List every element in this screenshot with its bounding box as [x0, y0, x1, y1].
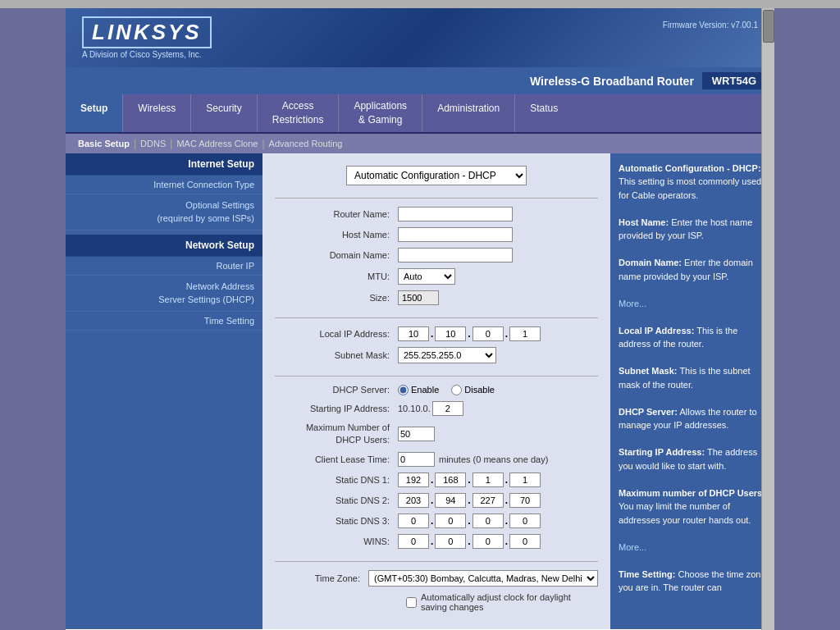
starting-ip-prefix: 10.10.0. [398, 404, 431, 413]
subnet-mask-row: Subnet Mask: 255.255.255.0 255.255.0.0 2… [275, 347, 598, 363]
tab-wireless[interactable]: Wireless [123, 94, 191, 132]
wins-oct3[interactable] [472, 534, 504, 549]
subnav-mac-clone[interactable]: MAC Address Clone [176, 139, 258, 148]
dns3-oct3[interactable] [472, 514, 504, 528]
tab-status[interactable]: Status [515, 94, 573, 132]
subnet-mask-select[interactable]: 255.255.255.0 255.255.0.0 255.0.0.0 [398, 347, 496, 363]
dns1-row: Static DNS 1: . . . [275, 472, 598, 487]
wins-fields: . . . [398, 534, 541, 549]
dns1-oct2[interactable] [435, 472, 466, 487]
dns1-oct4[interactable] [509, 472, 541, 487]
firmware-info: Firmware Version: v7.00.1 [663, 16, 758, 30]
help-more-link-1[interactable]: More... [619, 299, 646, 308]
dns3-oct1[interactable] [398, 514, 429, 528]
lease-time-row: Client Lease Time: minutes (0 means one … [275, 452, 598, 467]
subnav-basic-setup[interactable]: Basic Setup [78, 139, 130, 148]
lease-time-note: minutes (0 means one day) [439, 454, 548, 464]
dns1-oct1[interactable] [398, 472, 429, 487]
help-starting-ip-title: Starting IP Address: [619, 447, 705, 457]
wins-oct2[interactable] [435, 534, 466, 549]
help-more-link-2[interactable]: More... [619, 542, 646, 552]
sidebar-item-time[interactable]: Time Setting [66, 312, 262, 331]
domain-name-label: Domain Name: [275, 250, 398, 260]
tab-applications-gaming[interactable]: Applications& Gaming [339, 94, 422, 132]
router-name-row: Router Name: [275, 207, 598, 221]
size-input[interactable] [398, 290, 439, 305]
auto-adjust-label[interactable]: Automatically adjust clock for daylight … [421, 592, 598, 612]
dns1-fields: . . . [398, 472, 541, 487]
help-dhcp-title: Automatic Configuration - DHCP: [619, 163, 761, 173]
dns2-label: Static DNS 2: [275, 495, 398, 505]
product-model: WRT54G [702, 72, 766, 89]
dns3-oct2[interactable] [435, 514, 466, 528]
logo-linksys: LINKSYS [82, 16, 212, 48]
dns2-oct3[interactable] [472, 493, 504, 508]
help-subnet-title: Subnet Mask: [619, 366, 678, 376]
starting-ip-row: Starting IP Address: 10.10.0. [275, 401, 598, 416]
wins-label: WINS: [275, 536, 398, 546]
dhcp-radio-group: Enable Disable [398, 385, 495, 395]
help-local-ip-title: Local IP Address: [619, 326, 694, 336]
wins-oct4[interactable] [509, 534, 541, 549]
lease-time-input[interactable] [398, 452, 435, 467]
dns3-label: Static DNS 3: [275, 516, 398, 526]
subnav-sep1: | [134, 138, 136, 149]
max-dhcp-input[interactable] [398, 427, 435, 441]
router-ui: LINKSYS A Division of Cisco Systems, Inc… [66, 8, 774, 630]
dns3-fields: . . . [398, 514, 541, 528]
help-dhcp-server-title: DHCP Server: [619, 407, 678, 417]
dns2-oct2[interactable] [435, 493, 466, 508]
starting-ip-fields: 10.10.0. [398, 401, 463, 416]
host-name-label: Host Name: [275, 230, 398, 240]
tab-administration[interactable]: Administration [422, 94, 515, 132]
domain-name-input[interactable] [398, 248, 513, 262]
auto-adjust-checkbox[interactable] [406, 597, 417, 608]
sub-nav: Basic Setup | DDNS | MAC Address Clone |… [66, 134, 774, 153]
connection-type-select[interactable]: Automatic Configuration - DHCP Static IP… [346, 166, 527, 185]
router-name-input[interactable] [398, 207, 513, 221]
timezone-select[interactable]: (GMT+05:30) Bombay, Calcutta, Madras, Ne… [368, 570, 598, 587]
local-ip-oct4[interactable] [509, 326, 541, 341]
tab-security[interactable]: Security [191, 94, 257, 132]
local-ip-oct1[interactable] [398, 326, 429, 341]
tab-setup[interactable]: Setup [66, 94, 123, 132]
local-ip-oct2[interactable] [435, 326, 466, 341]
starting-ip-last[interactable] [432, 401, 463, 416]
tab-access-restrictions[interactable]: AccessRestrictions [258, 94, 340, 132]
header: LINKSYS A Division of Cisco Systems, Inc… [66, 8, 774, 67]
mtu-label: MTU: [275, 272, 398, 281]
dns2-fields: . . . [398, 493, 541, 508]
subnav-advanced-routing[interactable]: Advanced Routing [269, 139, 343, 148]
host-name-input[interactable] [398, 227, 513, 242]
local-ip-oct3[interactable] [472, 326, 504, 341]
sidebar-item-optional-settings[interactable]: Optional Settings(required by some ISPs) [66, 194, 262, 231]
subnav-ddns[interactable]: DDNS [140, 139, 166, 148]
dns1-oct3[interactable] [472, 472, 504, 487]
subnav-sep3: | [262, 138, 264, 149]
mtu-row: MTU: Auto Manual [275, 268, 598, 285]
dhcp-enable-label[interactable]: Enable [398, 385, 439, 395]
dns2-oct1[interactable] [398, 493, 429, 508]
dhcp-enable-radio[interactable] [398, 385, 409, 395]
product-name: Wireless-G Broadband Router [530, 75, 694, 88]
dhcp-disable-radio[interactable] [451, 385, 462, 395]
host-name-row: Host Name: [275, 227, 598, 242]
mtu-select[interactable]: Auto Manual [398, 268, 455, 285]
dns3-oct4[interactable] [509, 514, 541, 528]
wins-oct1[interactable] [398, 534, 429, 549]
sidebar-item-dhcp[interactable]: Network AddressServer Settings (DHCP) [66, 276, 262, 312]
scrollbar-right[interactable] [761, 8, 774, 630]
local-ip-row: Local IP Address: . . . [275, 326, 598, 341]
starting-ip-label: Starting IP Address: [275, 404, 398, 413]
sidebar-section-network: Network Setup [66, 235, 262, 257]
size-label: Size: [275, 293, 398, 303]
dns2-row: Static DNS 2: . . . [275, 493, 598, 508]
dhcp-disable-label[interactable]: Disable [451, 385, 495, 395]
dhcp-server-label: DHCP Server: [275, 385, 398, 395]
auto-adjust-row: Automatically adjust clock for daylight … [275, 592, 598, 612]
dns2-oct4[interactable] [509, 493, 541, 508]
help-hostname-title: Host Name: [619, 217, 669, 227]
sidebar-item-connection-type[interactable]: Internet Connection Type [66, 176, 262, 194]
sidebar-item-router-ip[interactable]: Router IP [66, 257, 262, 276]
connection-type-row: Automatic Configuration - DHCP Static IP… [275, 166, 598, 185]
